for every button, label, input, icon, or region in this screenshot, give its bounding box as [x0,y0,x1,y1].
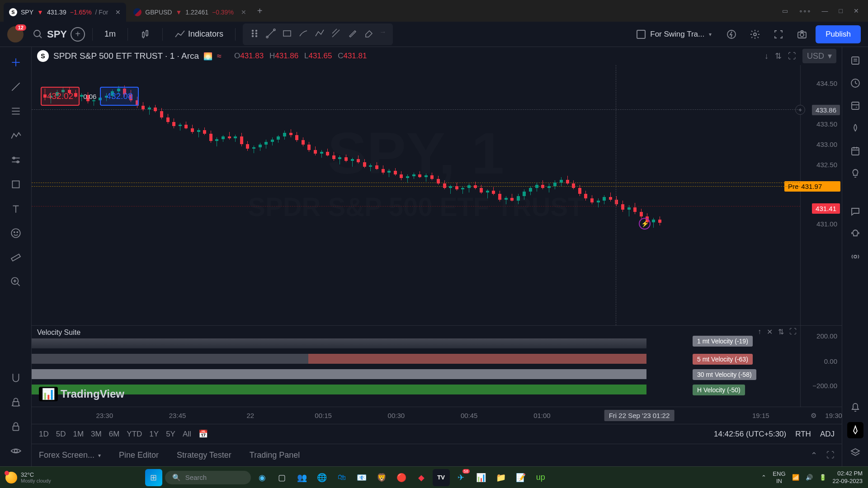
teams-app-icon[interactable]: 👥 [293,469,311,486]
price-axis[interactable]: 434.50 + 433.86 433.50 433.00 432.50 Pre… [800,65,842,325]
new-tab-button[interactable]: + [254,2,266,20]
fullscreen-button[interactable] [769,26,788,42]
bid-price[interactable]: 432.02 [41,87,80,106]
user-avatar[interactable]: 12 [7,26,24,42]
settings-button[interactable] [745,26,765,42]
publish-button[interactable]: Publish [816,25,861,43]
add-symbol-button[interactable]: + [71,27,85,42]
fib-tool[interactable] [6,101,26,121]
hide-tool[interactable] [6,441,26,461]
task-view-icon[interactable]: ▢ [274,469,291,486]
range-5y[interactable]: 5Y [166,430,175,439]
indicators-button[interactable]: Indicators [170,26,228,42]
cursor-tool[interactable] [6,52,26,72]
pitchfork-tool-icon[interactable] [329,26,343,42]
lock-tool[interactable] [6,392,26,412]
tab-trading-panel[interactable]: Trading Panel [250,450,300,460]
streams-button[interactable] [847,249,863,265]
rectangle-tool-icon[interactable] [280,26,294,42]
range-5d[interactable]: 5D [56,430,66,439]
taskbar-search[interactable]: 🔍 Search [165,471,251,484]
range-1m[interactable]: 1M [73,430,84,439]
tab-pine-editor[interactable]: Pine Editor [119,450,159,460]
layers-button[interactable] [847,445,863,461]
tab-overview-icon[interactable]: ▭ [782,7,788,14]
close-tab-icon[interactable]: ✕ [115,9,121,16]
indicator-title[interactable]: Velocity Suite [37,328,80,337]
text-tool[interactable] [6,199,26,219]
range-1d[interactable]: 1D [39,430,49,439]
indicator-chart[interactable]: Velocity Suite ↑ ✕ ⇅ ⛶ 1 mt Velocity (-1… [32,326,800,407]
more-icon[interactable]: ∘∘∘ [799,7,811,14]
weather-widget[interactable]: 32°C Mostly cloudy [5,471,51,483]
expand-panel-icon[interactable]: ⌃ [811,450,817,460]
chrome-app-icon[interactable]: 🔴 [393,469,410,486]
quick-search-button[interactable] [722,26,741,42]
calendar-button[interactable] [847,143,863,159]
tab-strategy-tester[interactable]: Strategy Tester [177,450,231,460]
range-all[interactable]: All [183,430,191,439]
browser-tab-spy[interactable]: S SPY ▼ 431.39 −1.65% / For ✕ [4,3,126,22]
interval-selector[interactable]: 1m [100,27,120,42]
zigzag-tool-icon[interactable] [312,26,327,42]
browser-tab-gbpusd[interactable]: GBPUSD ▼ 1.22461 −0.39% ✕ [128,3,251,22]
projection-tool[interactable] [6,150,26,170]
brush-tool-icon[interactable] [296,26,311,42]
collapse-indicator-icon[interactable]: ⇅ [778,328,784,336]
indicator-axis[interactable]: 200.00 0.00 −200.00 [800,326,842,407]
currency-selector[interactable]: USD ▾ [802,49,836,63]
tab-forex-screener[interactable]: Forex Screen... ▾ [39,450,101,460]
edge-app-icon[interactable]: 🌐 [313,469,330,486]
pattern-tool[interactable] [6,126,26,145]
move-up-icon[interactable]: ↑ [758,328,761,336]
close-indicator-icon[interactable]: ✕ [767,328,773,336]
shapes-tool[interactable] [6,174,26,194]
maximize-indicator-icon[interactable]: ⛶ [789,328,797,336]
lightning-icon[interactable]: ⚡ [639,218,651,230]
collapse-icon[interactable]: ⇅ [775,51,782,61]
arrow-right-icon[interactable]: → [377,26,388,42]
tradingview-app-icon[interactable]: TV [433,469,450,486]
mail-app-icon[interactable]: 📧 [353,469,370,486]
ask-price[interactable]: 432.08 [100,87,139,106]
zoom-tool[interactable] [6,272,26,292]
marker-tool-icon[interactable] [345,26,359,42]
time-axis[interactable]: Fri 22 Sep '23 01:22 ⚙ 23:3023:452200:15… [32,407,842,424]
store-app-icon[interactable]: 🛍 [333,469,350,486]
notifications-button[interactable] [847,399,863,416]
close-window-icon[interactable]: ✕ [854,7,859,14]
minimize-icon[interactable]: — [822,7,828,14]
trendline-tool[interactable] [6,77,26,97]
system-clock[interactable]: 02:42 PM 22-09-2023 [833,470,863,485]
watchlist-button[interactable] [847,52,863,69]
scroll-down-icon[interactable]: ↓ [764,52,769,61]
hotlist-button[interactable]: + [847,98,863,114]
explorer-app-icon[interactable]: 📁 [492,469,509,486]
start-button[interactable]: ⊞ [145,469,162,486]
range-1y[interactable]: 1Y [149,430,159,439]
eraser-tool-icon[interactable] [361,26,376,42]
range-6m[interactable]: 6M [109,430,120,439]
range-ytd[interactable]: YTD [127,430,142,439]
brave-app-icon[interactable]: 🦁 [373,469,390,486]
calendar-icon[interactable]: 📅 [198,429,208,439]
maximize-pane-icon[interactable]: ⛶ [788,52,796,61]
chart-type-button[interactable] [135,26,155,42]
chart-title[interactable]: SPDR S&P 500 ETF TRUST · 1 · Arca [53,51,199,61]
battery-icon[interactable]: 🔋 [819,474,826,481]
snapshot-button[interactable] [792,26,812,42]
app-icon-orange[interactable]: 📊 [472,469,490,486]
range-3m[interactable]: 3M [91,430,102,439]
alerts-button[interactable] [847,75,863,91]
tray-chevron-icon[interactable]: ⌃ [761,474,766,481]
app-icon[interactable]: ◆ [413,469,430,486]
trendline-tool-icon[interactable] [264,26,278,42]
measure-tool[interactable] [6,248,26,267]
pen-button[interactable] [847,422,863,438]
ideas-button[interactable] [847,165,863,182]
magnet-tool[interactable] [6,368,26,388]
symbol-search[interactable]: SPY [33,28,67,40]
maximize-panel-icon[interactable]: ⛶ [826,450,835,460]
notepad-app-icon[interactable]: 📝 [512,469,529,486]
axis-settings-icon[interactable]: ⚙ [811,412,816,420]
